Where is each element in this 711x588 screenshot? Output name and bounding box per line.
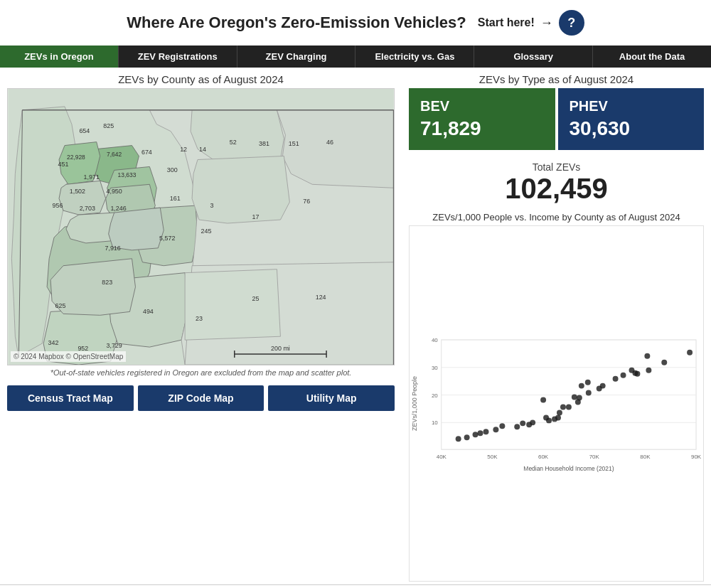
bev-label: BEV	[420, 98, 544, 114]
svg-text:12: 12	[180, 146, 187, 153]
svg-point-106	[560, 404, 566, 410]
svg-text:46: 46	[326, 139, 333, 146]
svg-point-96	[629, 368, 635, 373]
total-zev-label: Total ZEVs	[409, 161, 704, 173]
help-button[interactable]: ?	[559, 10, 584, 36]
svg-text:40K: 40K	[437, 454, 447, 460]
map-title: ZEVs by County as of August 2024	[0, 68, 402, 88]
svg-point-91	[493, 427, 498, 432]
svg-point-108	[687, 350, 693, 356]
phev-value: 30,630	[570, 117, 693, 140]
svg-text:25: 25	[252, 295, 260, 302]
svg-text:10: 10	[432, 419, 438, 426]
svg-point-82	[579, 383, 584, 389]
svg-text:76: 76	[303, 198, 310, 205]
svg-point-81	[540, 397, 546, 403]
svg-text:674: 674	[141, 149, 152, 156]
svg-text:654: 654	[79, 127, 90, 134]
table-title: County Information as of August 2024	[0, 585, 711, 588]
svg-text:381: 381	[259, 140, 269, 147]
svg-text:7,916: 7,916	[105, 245, 120, 252]
svg-point-85	[478, 430, 483, 436]
zip-code-map-button[interactable]: ZIP Code Map	[138, 385, 264, 411]
svg-text:200 mi: 200 mi	[271, 345, 290, 352]
svg-text:1,971: 1,971	[84, 173, 100, 181]
svg-point-88	[552, 416, 557, 422]
table-section: County Information as of August 2024 Cou…	[0, 584, 711, 588]
svg-text:151: 151	[289, 140, 299, 147]
svg-point-79	[646, 368, 651, 373]
svg-point-98	[621, 373, 626, 378]
svg-point-100	[557, 410, 562, 415]
svg-text:956: 956	[53, 202, 63, 209]
svg-point-111	[586, 390, 592, 396]
svg-text:ZEVs/1,000 People: ZEVs/1,000 People	[411, 376, 418, 431]
nav-item-zev-registrations[interactable]: ZEV Registrations	[119, 46, 237, 68]
zev-type-title: ZEVs by Type as of August 2024	[409, 68, 704, 88]
svg-text:22,928: 22,928	[67, 154, 85, 161]
arrow-icon: →	[540, 16, 553, 31]
svg-text:823: 823	[102, 279, 112, 286]
county-map: 654 825 451 22,928 7,642 674 12 14 52 38…	[7, 88, 395, 365]
svg-text:1,502: 1,502	[70, 188, 85, 195]
svg-text:70K: 70K	[589, 454, 600, 460]
svg-text:17: 17	[252, 213, 260, 220]
svg-point-110	[634, 371, 640, 377]
svg-text:50K: 50K	[487, 454, 498, 460]
svg-text:13,633: 13,633	[118, 171, 137, 178]
zev-type-cards: BEV 71,829 PHEV 30,630	[409, 88, 704, 150]
scatter-title: ZEVs/1,000 People vs. Income by County a…	[409, 209, 704, 225]
svg-text:23: 23	[196, 315, 203, 322]
svg-text:342: 342	[48, 339, 59, 346]
total-zev-value: 102,459	[409, 173, 704, 205]
svg-point-86	[499, 423, 505, 429]
header: Where Are Oregon's Zero-Emission Vehicle…	[0, 0, 711, 46]
svg-point-95	[613, 376, 619, 382]
svg-marker-17	[192, 156, 289, 224]
svg-text:3: 3	[210, 202, 213, 209]
svg-point-113	[483, 429, 488, 434]
phev-card: PHEV 30,630	[558, 88, 705, 150]
svg-point-105	[572, 395, 577, 400]
nav-item-glossary[interactable]: Glossary	[474, 46, 593, 68]
left-panel: ZEVs by County as of August 2024	[0, 68, 402, 584]
main-content: ZEVs by County as of August 2024	[0, 68, 711, 584]
nav-item-zev-charging[interactable]: ZEV Charging	[237, 46, 356, 68]
svg-point-99	[597, 386, 602, 392]
start-here-label: Start here! → ?	[478, 10, 584, 36]
svg-point-102	[514, 424, 520, 429]
svg-point-84	[520, 420, 525, 426]
svg-marker-19	[185, 269, 280, 340]
svg-point-97	[644, 353, 650, 359]
page-title: Where Are Oregon's Zero-Emission Vehicle…	[127, 14, 466, 32]
map-note: *Out-of-state vehicles registered in Ore…	[0, 365, 402, 380]
svg-point-104	[456, 436, 461, 442]
total-zev-section: Total ZEVs 102,459	[409, 157, 704, 209]
nav-item-about-the-data[interactable]: About the Data	[593, 46, 711, 68]
svg-point-112	[575, 400, 581, 405]
svg-text:4,950: 4,950	[106, 188, 122, 195]
svg-text:300: 300	[167, 166, 178, 173]
svg-point-78	[585, 380, 591, 385]
nav-item-electricity-vs-gas[interactable]: Electricity vs. Gas	[356, 46, 474, 68]
bev-value: 71,829	[420, 117, 544, 140]
bev-card: BEV 71,829	[409, 88, 555, 150]
svg-text:40: 40	[432, 337, 438, 343]
census-tract-map-button[interactable]: Census Tract Map	[7, 385, 134, 411]
svg-text:625: 625	[55, 302, 66, 309]
svg-text:825: 825	[103, 122, 114, 129]
utility-map-button[interactable]: Utility Map	[268, 385, 395, 411]
scatter-svg: ZEVs/1,000 People 40 30 20 10 40K 5	[410, 226, 703, 581]
svg-text:3,729: 3,729	[106, 342, 122, 349]
svg-text:60K: 60K	[538, 454, 549, 460]
nav-bar: ZEVs in Oregon ZEV Registrations ZEV Cha…	[0, 46, 711, 68]
svg-text:90K: 90K	[691, 454, 702, 460]
nav-item-zevs-in-oregon[interactable]: ZEVs in Oregon	[0, 46, 119, 68]
map-buttons-container: Census Tract Map ZIP Code Map Utility Ma…	[0, 380, 402, 417]
phev-label: PHEV	[570, 98, 693, 114]
svg-point-103	[473, 432, 479, 437]
right-panel: ZEVs by Type as of August 2024 BEV 71,82…	[402, 68, 711, 584]
svg-text:30: 30	[432, 365, 438, 371]
svg-text:245: 245	[201, 228, 212, 235]
map-copyright: © 2024 Mapbox © OpenStreetMap	[11, 351, 126, 362]
